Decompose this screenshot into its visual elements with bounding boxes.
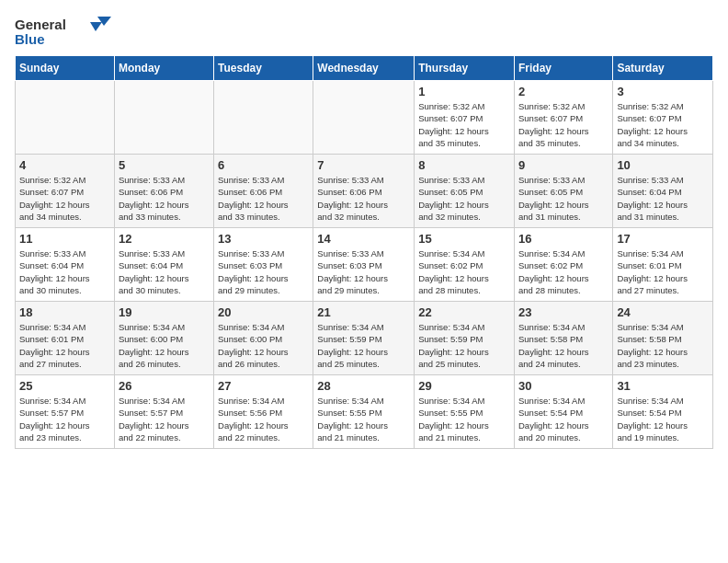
day-number: 24 <box>617 305 709 319</box>
logo-svg: GeneralBlue <box>15 15 116 48</box>
calendar-cell: 4Sunrise: 5:32 AM Sunset: 6:07 PM Daylig… <box>16 155 115 228</box>
day-number: 15 <box>418 232 510 246</box>
calendar-cell: 18Sunrise: 5:34 AM Sunset: 6:01 PM Dayli… <box>16 302 115 375</box>
calendar-header-row: SundayMondayTuesdayWednesdayThursdayFrid… <box>16 56 713 81</box>
calendar-table: SundayMondayTuesdayWednesdayThursdayFrid… <box>15 55 713 449</box>
day-info: Sunrise: 5:34 AM Sunset: 5:56 PM Dayligh… <box>218 395 309 443</box>
day-info: Sunrise: 5:34 AM Sunset: 5:57 PM Dayligh… <box>119 395 210 443</box>
day-info: Sunrise: 5:33 AM Sunset: 6:06 PM Dayligh… <box>317 174 410 223</box>
day-info: Sunrise: 5:33 AM Sunset: 6:03 PM Dayligh… <box>218 247 309 296</box>
day-number: 17 <box>617 232 709 246</box>
calendar-cell: 3Sunrise: 5:32 AM Sunset: 6:07 PM Daylig… <box>613 81 713 155</box>
day-number: 22 <box>418 305 510 319</box>
calendar-cell: 23Sunrise: 5:34 AM Sunset: 5:58 PM Dayli… <box>514 302 612 375</box>
calendar-cell: 27Sunrise: 5:34 AM Sunset: 5:56 PM Dayli… <box>214 375 313 449</box>
day-info: Sunrise: 5:33 AM Sunset: 6:05 PM Dayligh… <box>518 174 609 223</box>
day-number: 18 <box>19 305 110 319</box>
calendar-cell: 20Sunrise: 5:34 AM Sunset: 6:00 PM Dayli… <box>214 302 313 375</box>
calendar-cell: 26Sunrise: 5:34 AM Sunset: 5:57 PM Dayli… <box>114 375 213 449</box>
day-info: Sunrise: 5:33 AM Sunset: 6:04 PM Dayligh… <box>119 247 210 296</box>
calendar-cell: 1Sunrise: 5:32 AM Sunset: 6:07 PM Daylig… <box>415 81 515 155</box>
col-header-tuesday: Tuesday <box>214 56 313 81</box>
day-info: Sunrise: 5:32 AM Sunset: 6:07 PM Dayligh… <box>518 100 609 149</box>
day-info: Sunrise: 5:34 AM Sunset: 6:01 PM Dayligh… <box>617 247 709 296</box>
day-info: Sunrise: 5:34 AM Sunset: 6:01 PM Dayligh… <box>19 321 110 370</box>
day-number: 21 <box>317 305 410 319</box>
calendar-cell: 13Sunrise: 5:33 AM Sunset: 6:03 PM Dayli… <box>214 228 313 302</box>
day-info: Sunrise: 5:32 AM Sunset: 6:07 PM Dayligh… <box>19 174 110 223</box>
day-number: 4 <box>19 158 110 172</box>
day-info: Sunrise: 5:33 AM Sunset: 6:03 PM Dayligh… <box>317 247 410 296</box>
col-header-wednesday: Wednesday <box>313 56 415 81</box>
day-info: Sunrise: 5:34 AM Sunset: 5:57 PM Dayligh… <box>19 395 110 443</box>
day-info: Sunrise: 5:34 AM Sunset: 5:54 PM Dayligh… <box>518 395 609 443</box>
calendar-cell <box>214 81 313 155</box>
day-info: Sunrise: 5:34 AM Sunset: 5:54 PM Dayligh… <box>617 395 709 443</box>
day-number: 10 <box>617 158 709 172</box>
day-number: 23 <box>518 305 609 319</box>
day-number: 16 <box>518 232 609 246</box>
day-info: Sunrise: 5:33 AM Sunset: 6:06 PM Dayligh… <box>218 174 309 223</box>
day-number: 29 <box>418 379 510 393</box>
calendar-cell: 31Sunrise: 5:34 AM Sunset: 5:54 PM Dayli… <box>613 375 713 449</box>
logo: GeneralBlue <box>15 15 116 48</box>
calendar-cell: 14Sunrise: 5:33 AM Sunset: 6:03 PM Dayli… <box>313 228 415 302</box>
calendar-cell <box>16 81 115 155</box>
day-info: Sunrise: 5:34 AM Sunset: 6:00 PM Dayligh… <box>119 321 210 370</box>
calendar-week-row: 11Sunrise: 5:33 AM Sunset: 6:04 PM Dayli… <box>16 228 713 302</box>
col-header-sunday: Sunday <box>16 56 115 81</box>
calendar-cell: 25Sunrise: 5:34 AM Sunset: 5:57 PM Dayli… <box>16 375 115 449</box>
day-info: Sunrise: 5:33 AM Sunset: 6:06 PM Dayligh… <box>119 174 210 223</box>
day-number: 3 <box>617 85 709 98</box>
day-number: 14 <box>317 232 410 246</box>
day-number: 2 <box>518 85 609 98</box>
day-info: Sunrise: 5:34 AM Sunset: 6:02 PM Dayligh… <box>418 247 510 296</box>
day-number: 5 <box>119 158 210 172</box>
day-info: Sunrise: 5:33 AM Sunset: 6:05 PM Dayligh… <box>418 174 510 223</box>
day-number: 7 <box>317 158 410 172</box>
day-number: 30 <box>518 379 609 393</box>
calendar-cell: 17Sunrise: 5:34 AM Sunset: 6:01 PM Dayli… <box>613 228 713 302</box>
calendar-cell: 12Sunrise: 5:33 AM Sunset: 6:04 PM Dayli… <box>114 228 213 302</box>
day-info: Sunrise: 5:32 AM Sunset: 6:07 PM Dayligh… <box>418 100 510 149</box>
col-header-saturday: Saturday <box>613 56 713 81</box>
calendar-week-row: 1Sunrise: 5:32 AM Sunset: 6:07 PM Daylig… <box>16 81 713 155</box>
calendar-cell: 24Sunrise: 5:34 AM Sunset: 5:58 PM Dayli… <box>613 302 713 375</box>
day-info: Sunrise: 5:34 AM Sunset: 5:58 PM Dayligh… <box>518 321 609 370</box>
calendar-cell: 11Sunrise: 5:33 AM Sunset: 6:04 PM Dayli… <box>16 228 115 302</box>
svg-text:Blue: Blue <box>15 31 45 47</box>
day-info: Sunrise: 5:34 AM Sunset: 5:59 PM Dayligh… <box>317 321 410 370</box>
calendar-cell: 28Sunrise: 5:34 AM Sunset: 5:55 PM Dayli… <box>313 375 415 449</box>
day-number: 28 <box>317 379 410 393</box>
day-info: Sunrise: 5:34 AM Sunset: 6:02 PM Dayligh… <box>518 247 609 296</box>
calendar-cell <box>114 81 213 155</box>
col-header-thursday: Thursday <box>415 56 515 81</box>
day-number: 20 <box>218 305 309 319</box>
calendar-cell: 10Sunrise: 5:33 AM Sunset: 6:04 PM Dayli… <box>613 155 713 228</box>
calendar-cell: 6Sunrise: 5:33 AM Sunset: 6:06 PM Daylig… <box>214 155 313 228</box>
day-number: 25 <box>19 379 110 393</box>
calendar-cell: 5Sunrise: 5:33 AM Sunset: 6:06 PM Daylig… <box>114 155 213 228</box>
calendar-cell: 16Sunrise: 5:34 AM Sunset: 6:02 PM Dayli… <box>514 228 612 302</box>
calendar-cell: 29Sunrise: 5:34 AM Sunset: 5:55 PM Dayli… <box>415 375 515 449</box>
calendar-cell: 15Sunrise: 5:34 AM Sunset: 6:02 PM Dayli… <box>415 228 515 302</box>
day-info: Sunrise: 5:34 AM Sunset: 5:55 PM Dayligh… <box>418 395 510 443</box>
day-number: 31 <box>617 379 709 393</box>
calendar-week-row: 25Sunrise: 5:34 AM Sunset: 5:57 PM Dayli… <box>16 375 713 449</box>
calendar-cell: 30Sunrise: 5:34 AM Sunset: 5:54 PM Dayli… <box>514 375 612 449</box>
day-number: 27 <box>218 379 309 393</box>
calendar-cell: 8Sunrise: 5:33 AM Sunset: 6:05 PM Daylig… <box>415 155 515 228</box>
day-info: Sunrise: 5:34 AM Sunset: 5:55 PM Dayligh… <box>317 395 410 443</box>
day-number: 6 <box>218 158 309 172</box>
calendar-cell: 21Sunrise: 5:34 AM Sunset: 5:59 PM Dayli… <box>313 302 415 375</box>
day-number: 26 <box>119 379 210 393</box>
page-header: GeneralBlue <box>15 15 713 48</box>
calendar-week-row: 4Sunrise: 5:32 AM Sunset: 6:07 PM Daylig… <box>16 155 713 228</box>
calendar-week-row: 18Sunrise: 5:34 AM Sunset: 6:01 PM Dayli… <box>16 302 713 375</box>
calendar-cell <box>313 81 415 155</box>
calendar-cell: 2Sunrise: 5:32 AM Sunset: 6:07 PM Daylig… <box>514 81 612 155</box>
svg-text:General: General <box>15 17 66 32</box>
day-info: Sunrise: 5:33 AM Sunset: 6:04 PM Dayligh… <box>617 174 709 223</box>
calendar-cell: 9Sunrise: 5:33 AM Sunset: 6:05 PM Daylig… <box>514 155 612 228</box>
day-number: 11 <box>19 232 110 246</box>
